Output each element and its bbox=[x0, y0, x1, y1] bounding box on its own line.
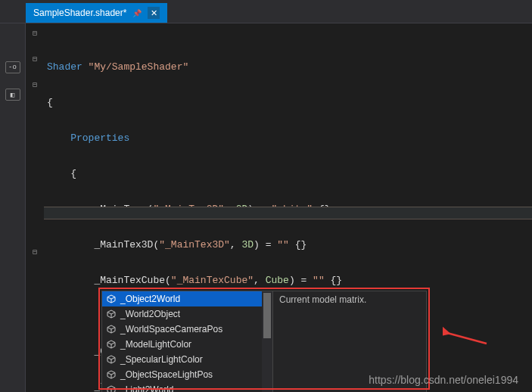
autocomplete-label: _Object2World bbox=[120, 294, 180, 304]
autocomplete-popup: _Object2World _World2Object _WorldSpaceC… bbox=[101, 291, 427, 392]
autocomplete-tooltip: Current model matrix. bbox=[272, 291, 426, 392]
autocomplete-item[interactable]: _SpecularLightColor bbox=[102, 352, 272, 367]
snippet-icon bbox=[107, 310, 116, 319]
autocomplete-list[interactable]: _Object2World _World2Object _WorldSpaceC… bbox=[102, 291, 272, 392]
current-line-highlight bbox=[44, 207, 532, 219]
autocomplete-item[interactable]: _ObjectSpaceLightPos bbox=[102, 367, 272, 382]
snippet-icon bbox=[107, 340, 116, 349]
file-tab[interactable]: SampleShader.shader* 📌 ✕ bbox=[26, 3, 167, 23]
autocomplete-item[interactable]: _Object2World bbox=[102, 291, 272, 306]
close-icon[interactable]: ✕ bbox=[148, 7, 160, 19]
toolbar-button[interactable]: -o bbox=[5, 61, 20, 73]
scroll-thumb[interactable] bbox=[263, 293, 271, 338]
snippet-icon bbox=[107, 325, 116, 334]
autocomplete-item[interactable]: _World2Object bbox=[102, 306, 272, 322]
snippet-icon bbox=[107, 385, 116, 392]
autocomplete-item[interactable]: _WorldSpaceCameraPos bbox=[102, 322, 272, 337]
autocomplete-item[interactable]: _Light2World bbox=[102, 382, 272, 392]
snippet-icon bbox=[107, 355, 116, 364]
autocomplete-scrollbar[interactable]: ▲ ▼ bbox=[262, 291, 272, 392]
autocomplete-item[interactable]: _ModelLightColor bbox=[102, 337, 272, 352]
pin-icon[interactable]: 📌 bbox=[132, 9, 142, 17]
tab-title: SampleShader.shader* bbox=[33, 8, 126, 18]
tab-bar: SampleShader.shader* 📌 ✕ bbox=[0, 0, 532, 23]
snippet-icon bbox=[107, 370, 116, 379]
snippet-icon bbox=[107, 294, 116, 303]
fold-gutter: ⊟⊟ ⊟ ⊟ bbox=[26, 23, 44, 392]
toolbar-button[interactable]: ◧ bbox=[5, 89, 20, 101]
side-toolbar: -o ◧ bbox=[0, 23, 26, 392]
